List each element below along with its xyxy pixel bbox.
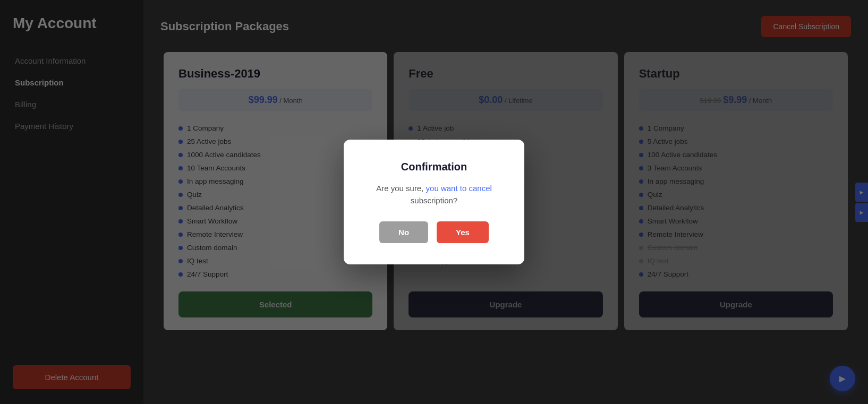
modal-message-highlight: you want to cancel [426,184,492,193]
modal-message-part2: subscription? [411,196,457,205]
modal-title: Confirmation [369,161,499,173]
modal-actions: No Yes [369,221,499,243]
confirmation-modal: Confirmation Are you sure, you want to c… [344,140,524,264]
modal-no-button[interactable]: No [379,221,428,243]
modal-message-part1: Are you sure, [376,184,426,193]
modal-message: Are you sure, you want to cancel subscri… [369,183,499,207]
modal-overlay: Confirmation Are you sure, you want to c… [0,0,868,404]
modal-yes-button[interactable]: Yes [437,221,489,243]
